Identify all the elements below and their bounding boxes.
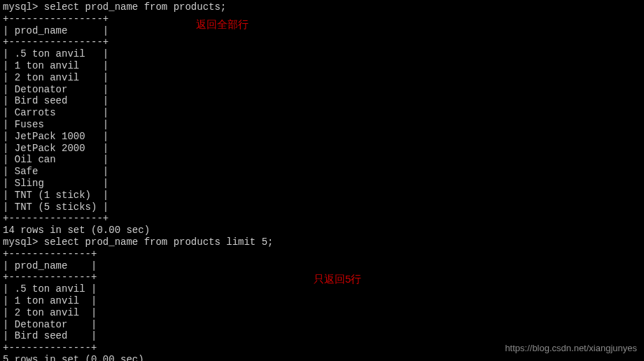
table-row: | JetPack 1000 | xyxy=(3,131,641,143)
table-header: | prod_name | xyxy=(3,260,641,272)
table-row: | 1 ton anvil | xyxy=(3,60,641,72)
table-border: +----------------+ xyxy=(3,36,641,48)
table-row: | Carrots | xyxy=(3,107,641,119)
result-summary: 5 rows in set (0.00 sec) xyxy=(3,354,641,361)
watermark: https://blog.csdn.net/xiangjunyes xyxy=(505,343,637,354)
table-row: | JetPack 2000 | xyxy=(3,143,641,155)
mysql-prompt-1[interactable]: mysql> select prod_name from products; xyxy=(3,1,641,13)
mysql-prompt-2[interactable]: mysql> select prod_name from products li… xyxy=(3,236,641,248)
table-border: +----------------+ xyxy=(3,213,641,225)
table-row: | Fuses | xyxy=(3,119,641,131)
table-row: | Oil can | xyxy=(3,154,641,166)
table-row: | Detonator | xyxy=(3,319,641,331)
table-row: | Bird seed | xyxy=(3,95,641,107)
table-border: +----------------+ xyxy=(3,13,641,25)
table-row: | Bird seed | xyxy=(3,330,641,342)
table-border: +--------------+ xyxy=(3,248,641,260)
table-row: | TNT (1 stick) | xyxy=(3,190,641,201)
table-row: | 2 ton anvil | xyxy=(3,307,641,319)
result-summary: 14 rows in set (0.00 sec) xyxy=(3,225,641,236)
table-header: | prod_name | xyxy=(3,25,641,37)
table-row: | Safe | xyxy=(3,166,641,178)
table-row: | 1 ton anvil | xyxy=(3,295,641,307)
table-row: | .5 ton anvil | xyxy=(3,48,641,60)
table-row: | TNT (5 sticks) | xyxy=(3,201,641,213)
table-row: | 2 ton anvil | xyxy=(3,72,641,84)
annotation-all-rows: 返回全部行 xyxy=(196,18,248,31)
annotation-five-rows: 只返回5行 xyxy=(314,273,361,285)
table-row: | Detonator | xyxy=(3,84,641,96)
table-row: | Sling | xyxy=(3,178,641,190)
